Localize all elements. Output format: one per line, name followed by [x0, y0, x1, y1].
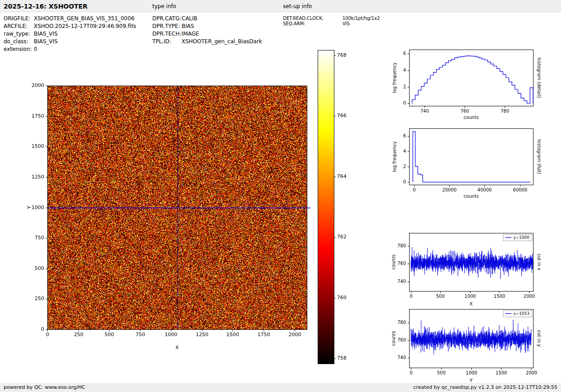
meta-label: DPR.TECH:: [152, 30, 182, 38]
meta-row: extension:0: [4, 46, 136, 53]
footer-powered-by: powered by QC: www.eso.org/HC: [4, 383, 85, 392]
footer-bar: powered by QC: www.eso.org/HC created by…: [0, 383, 561, 392]
meta-value: IMAGE: [182, 31, 199, 37]
setup-info-heading: set-up info: [283, 0, 312, 13]
meta-label: ORIGFILE:: [4, 15, 34, 23]
meta-row: DET.READ.CLOCK:100k/1pt/hg/1x2: [283, 16, 380, 21]
meta-label: DPR.CATG:: [152, 15, 182, 23]
meta-label: ARCFILE:: [4, 23, 34, 30]
meta-label: SEQ.ARM:: [283, 21, 342, 27]
histogram-detail-plot: [385, 43, 561, 131]
footer-created-by: created by qc_rawdisp.py v1.2.3 on 2025-…: [413, 383, 557, 392]
histogram-full-plot: [385, 122, 561, 207]
type-info-heading: type info: [152, 0, 176, 13]
meta-label: DET.READ.CLOCK:: [283, 16, 342, 21]
header-bar: 2025-12-16: XSHOOTER type info set-up in…: [0, 0, 561, 13]
meta-row: do_class:BIAS_VIS: [4, 38, 136, 46]
page-title: 2025-12-16: XSHOOTER: [4, 0, 87, 13]
meta-row: ORIGFILE:XSHOOTER_GEN_BIAS_VIS_351_0006: [4, 15, 136, 23]
qc-report-page: 2025-12-16: XSHOOTER type info set-up in…: [0, 0, 561, 392]
meta-value: VIS: [342, 21, 350, 26]
meta-label: do_class:: [4, 38, 34, 46]
meta-row: raw_type:BIAS_VIS: [4, 30, 136, 38]
meta-row: DPR.CATG:CALIB: [152, 15, 262, 23]
meta-value: XSHOO.2025-12-17T09:29:46.909.fits: [34, 23, 136, 29]
meta-value: CALIB: [182, 15, 197, 22]
meta-row: DPR.TECH:IMAGE: [152, 30, 262, 38]
meta-row: SEQ.ARM:VIS: [283, 21, 380, 27]
meta-value: 100k/1pt/hg/1x2: [342, 16, 380, 21]
meta-value: BIAS: [182, 23, 194, 29]
meta-value: XSHOOTER_gen_cal_BiasDark: [182, 38, 262, 45]
meta-value: 0: [34, 46, 37, 52]
colorbar: [313, 45, 358, 374]
setup-info-block: DET.READ.CLOCK:100k/1pt/hg/1x2 SEQ.ARM:V…: [283, 16, 380, 27]
cut-in-y-plot: [385, 301, 561, 383]
meta-label: TPL.ID:: [152, 38, 182, 46]
meta-row: TPL.ID:XSHOOTER_gen_cal_BiasDark: [152, 38, 262, 46]
cut-in-x-plot: [385, 225, 561, 311]
meta-row: DPR.TYPE:BIAS: [152, 23, 262, 30]
type-info-block: DPR.CATG:CALIB DPR.TYPE:BIAS DPR.TECH:IM…: [152, 15, 262, 46]
meta-value: BIAS_VIS: [34, 31, 58, 37]
file-info-block: ORIGFILE:XSHOOTER_GEN_BIAS_VIS_351_0006 …: [4, 15, 136, 53]
meta-label: DPR.TYPE:: [152, 23, 182, 30]
raw-image-plot: [18, 74, 315, 358]
meta-label: raw_type:: [4, 30, 34, 38]
meta-label: extension:: [4, 46, 34, 53]
meta-value: XSHOOTER_GEN_BIAS_VIS_351_0006: [34, 15, 134, 22]
meta-row: ARCFILE:XSHOO.2025-12-17T09:29:46.909.fi…: [4, 23, 136, 30]
meta-value: BIAS_VIS: [34, 38, 58, 45]
